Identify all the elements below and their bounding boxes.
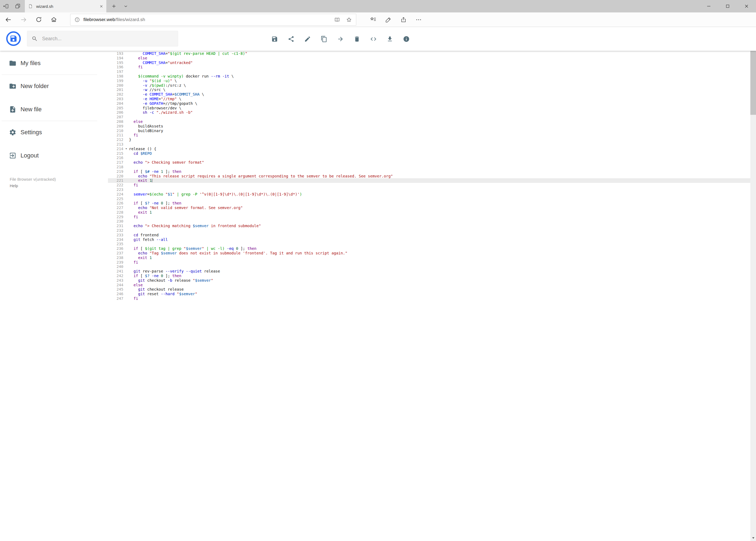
code-line[interactable]: 203 -e HOME="//tmp" \ bbox=[108, 97, 750, 101]
tabs-set-aside-button[interactable] bbox=[0, 0, 12, 12]
add-favorite-button[interactable] bbox=[346, 16, 352, 23]
code-line[interactable]: 222 fi bbox=[108, 183, 750, 188]
code-line[interactable]: 198 $(command -v winpty) docker run --rm… bbox=[108, 74, 750, 79]
code-line[interactable]: 225 bbox=[108, 197, 750, 201]
code-line[interactable]: 205 filebrowser/dev \ bbox=[108, 106, 750, 111]
code-line[interactable]: 207 bbox=[108, 115, 750, 119]
code-line[interactable]: 229 fi bbox=[108, 215, 750, 219]
code-line[interactable]: 234 git fetch --all bbox=[108, 238, 750, 242]
site-info-icon[interactable] bbox=[74, 17, 80, 23]
address-bar[interactable]: filebrowser.web/files/wizard.sh bbox=[70, 14, 356, 26]
code-line[interactable]: 216 bbox=[108, 156, 750, 160]
tabs-preview-button[interactable] bbox=[12, 0, 24, 12]
sidebar-item-settings[interactable]: Settings bbox=[0, 124, 108, 141]
code-line[interactable]: 202 -e COMMIT_SHA=$COMMIT_SHA \ bbox=[108, 92, 750, 97]
download-button[interactable] bbox=[386, 36, 393, 42]
code-line[interactable]: 235 bbox=[108, 242, 750, 246]
code-line[interactable]: 194 else bbox=[108, 56, 750, 61]
back-button[interactable] bbox=[2, 14, 15, 26]
window-close-button[interactable] bbox=[737, 0, 756, 12]
fold-arrow-icon[interactable]: ▾ bbox=[124, 147, 129, 151]
code-line[interactable]: 196 fi bbox=[108, 65, 750, 69]
code-line[interactable]: 240 bbox=[108, 265, 750, 269]
code-line[interactable]: 206 sh -c "./wizard.sh -b" bbox=[108, 110, 750, 115]
code-line[interactable]: 228 exit 1 bbox=[108, 210, 750, 215]
browser-tab[interactable]: wizard.sh bbox=[25, 0, 106, 12]
help-link[interactable]: Help bbox=[10, 183, 18, 189]
code-line[interactable]: 226 if [ $? -ne 0 ]; then bbox=[108, 201, 750, 206]
search-input[interactable] bbox=[42, 36, 173, 42]
code-line[interactable]: 242 if [ $? -ne 0 ]; then bbox=[108, 273, 750, 278]
code-line[interactable]: 204 -e GOPATH=//tmp/gopath \ bbox=[108, 101, 750, 106]
code-line[interactable]: 193 COMMIT_SHA="$(git rev-parse HEAD | c… bbox=[108, 51, 750, 56]
favorites-hub-button[interactable] bbox=[367, 14, 379, 26]
forward-button[interactable] bbox=[17, 14, 30, 26]
code-line[interactable]: 245 git checkout release bbox=[108, 287, 750, 292]
code-line[interactable]: 246 git reset --hard "$semver" bbox=[108, 292, 750, 296]
code-line[interactable]: 215 cd $REPO bbox=[108, 151, 750, 156]
code-line[interactable]: 231 echo "> Checking matching $semver in… bbox=[108, 224, 750, 228]
new-tab-button[interactable] bbox=[108, 0, 120, 12]
vertical-scrollbar[interactable] bbox=[750, 27, 756, 541]
sidebar-item-new-folder[interactable]: New folder bbox=[0, 78, 108, 95]
sidebar-item-logout[interactable]: Logout bbox=[0, 147, 108, 164]
scrollbar-down-button[interactable] bbox=[750, 535, 756, 540]
code-line[interactable]: 236 if [ $(git tag | grep "$semver" | wc… bbox=[108, 246, 750, 251]
share-file-button[interactable] bbox=[288, 36, 295, 42]
code-line[interactable]: 232 bbox=[108, 228, 750, 233]
move-button[interactable] bbox=[337, 36, 344, 42]
code-text: COMMIT_SHA="$(git rev-parse HEAD | cut -… bbox=[129, 51, 750, 56]
code-line[interactable]: 217 echo "> Checking semver format" bbox=[108, 160, 750, 165]
code-line[interactable]: 208 else bbox=[108, 119, 750, 124]
sidebar-item-my-files[interactable]: My files bbox=[0, 55, 108, 72]
code-line[interactable]: 224 semver=$(echo "$1" | grep -P '^v(0|[… bbox=[108, 192, 750, 197]
code-line[interactable]: 227 echo "Not valid semver format. See s… bbox=[108, 206, 750, 210]
delete-button[interactable] bbox=[354, 36, 360, 42]
code-line[interactable]: 213 bbox=[108, 142, 750, 147]
code-line[interactable]: 244 else bbox=[108, 283, 750, 287]
code-line[interactable]: 211 fi bbox=[108, 133, 750, 138]
code-line[interactable]: 210 buildBinary bbox=[108, 129, 750, 133]
reading-view-button[interactable] bbox=[334, 16, 340, 23]
home-button[interactable] bbox=[48, 14, 60, 26]
code-line[interactable]: 233 cd frontend bbox=[108, 233, 750, 238]
tab-close-button[interactable] bbox=[99, 4, 104, 9]
code-line[interactable]: 219 if [ $# -ne 1 ]; then bbox=[108, 169, 750, 174]
code-line[interactable]: 241 git rev-parse --verify --quiet relea… bbox=[108, 269, 750, 273]
copy-button[interactable] bbox=[321, 36, 327, 42]
sidebar-item-new-file[interactable]: New file bbox=[0, 101, 108, 118]
code-editor[interactable]: 193 COMMIT_SHA="$(git rev-parse HEAD | c… bbox=[108, 51, 750, 541]
search-bar[interactable] bbox=[27, 31, 178, 46]
url-text[interactable]: filebrowser.web/files/wizard.sh bbox=[84, 17, 329, 22]
code-line[interactable]: 243 git checkout -b release "$semver" bbox=[108, 278, 750, 283]
share-button[interactable] bbox=[397, 14, 410, 26]
filebrowser-logo[interactable] bbox=[6, 31, 21, 46]
code-line[interactable]: 220 echo "This release script requires a… bbox=[108, 174, 750, 179]
code-line[interactable]: 209 buildAssets bbox=[108, 124, 750, 129]
code-line[interactable]: 214▾release () { bbox=[108, 147, 750, 151]
rename-button[interactable] bbox=[304, 36, 311, 42]
code-line[interactable]: 221 exit 1 bbox=[108, 178, 750, 183]
code-line[interactable]: 199 -u "$(id -u)" \ bbox=[108, 79, 750, 83]
source-view-button[interactable] bbox=[370, 36, 377, 42]
save-button[interactable] bbox=[271, 36, 278, 42]
window-maximize-button[interactable] bbox=[718, 0, 737, 12]
code-line[interactable]: 247 fi bbox=[108, 296, 750, 301]
web-note-button[interactable] bbox=[382, 14, 394, 26]
tab-list-chevron-button[interactable] bbox=[120, 0, 132, 12]
window-minimize-button[interactable] bbox=[699, 0, 718, 12]
code-line[interactable]: 239 fi bbox=[108, 260, 750, 265]
code-line[interactable]: 212} bbox=[108, 138, 750, 142]
browser-menu-button[interactable] bbox=[412, 14, 425, 26]
refresh-button[interactable] bbox=[32, 14, 45, 26]
code-line[interactable]: 238 exit 1 bbox=[108, 256, 750, 260]
code-line[interactable]: 230 bbox=[108, 219, 750, 224]
code-line[interactable]: 200 -v /$(pwd):/src:z \ bbox=[108, 83, 750, 88]
info-button[interactable] bbox=[403, 36, 410, 42]
code-line[interactable]: 218 bbox=[108, 165, 750, 169]
code-line[interactable]: 237 echo "Tag $semver does not exist in … bbox=[108, 251, 750, 256]
code-line[interactable]: 197 bbox=[108, 69, 750, 74]
code-line[interactable]: 201 -w //src \ bbox=[108, 88, 750, 92]
code-line[interactable]: 195 COMMIT_SHA="untracked" bbox=[108, 61, 750, 65]
code-line[interactable]: 223 bbox=[108, 188, 750, 192]
